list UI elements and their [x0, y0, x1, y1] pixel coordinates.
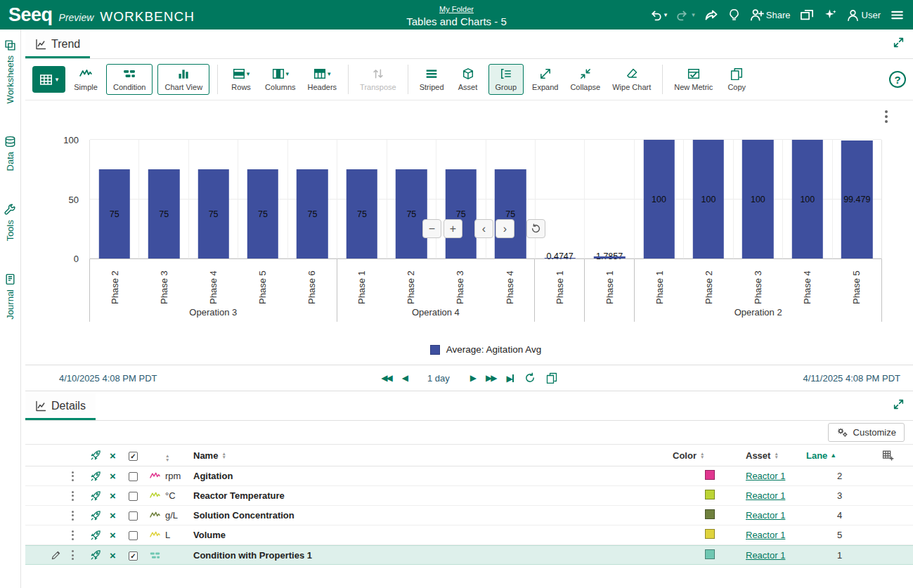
lane-value[interactable]: 2	[799, 471, 842, 481]
auto-update-button[interactable]	[524, 372, 536, 384]
seeq-logo[interactable]: Seeq Preview WORKBENCH	[8, 4, 195, 26]
sidebar-item-journal[interactable]: Journal	[4, 273, 16, 320]
color-cell[interactable]	[705, 529, 746, 541]
toolbar-asset-button[interactable]: Asset	[453, 65, 484, 93]
navigate-asset-button[interactable]	[90, 530, 110, 541]
sort-icon[interactable]: ▲▼	[165, 454, 169, 462]
undo-button[interactable]: ▾	[649, 8, 668, 22]
tab-trend[interactable]: Trend	[25, 32, 90, 58]
navigate-asset-button[interactable]	[90, 510, 110, 521]
color-cell[interactable]	[705, 509, 746, 521]
step-forward-button[interactable]: ▶▶	[486, 373, 496, 383]
color-swatch[interactable]	[705, 470, 715, 480]
bar[interactable]: 100	[693, 140, 724, 259]
bar[interactable]: 100	[792, 140, 823, 259]
toolbar-striped-button[interactable]: Striped	[416, 65, 448, 93]
sidebar-item-data[interactable]: Data	[4, 136, 16, 171]
remove-item-button[interactable]: ×	[110, 490, 129, 502]
color-swatch[interactable]	[705, 549, 715, 559]
user-menu-button[interactable]: User	[846, 8, 881, 22]
color-column-header[interactable]: Color▲▼	[673, 450, 746, 461]
bar[interactable]: 75	[148, 169, 179, 259]
sort-icon[interactable]: ▲▼	[700, 452, 704, 459]
lane-value[interactable]: 5	[799, 530, 842, 540]
toolbar-chart-view-button[interactable]: Chart View	[157, 64, 209, 95]
navigate-asset-button[interactable]	[90, 549, 110, 561]
toolbar-rows-button[interactable]: ▾ Rows	[226, 65, 257, 93]
add-column-button[interactable]	[882, 450, 913, 462]
unit-column-header[interactable]: ▲▼	[165, 449, 193, 462]
color-cell[interactable]	[705, 490, 746, 502]
lane-value[interactable]: 1	[799, 550, 842, 561]
row-checkbox[interactable]: ✓	[129, 471, 150, 481]
asset-navigate-header[interactable]	[90, 450, 110, 461]
item-name[interactable]: Reactor Temperature	[193, 490, 705, 501]
asset-link[interactable]: Reactor 1	[746, 530, 785, 540]
breadcrumb-my-folder[interactable]: My Folder	[439, 5, 474, 13]
remove-item-button[interactable]: ×	[110, 470, 129, 482]
select-all-checkbox[interactable]: ✓	[129, 450, 150, 461]
color-swatch[interactable]	[705, 529, 715, 539]
customize-button[interactable]: Customize	[828, 423, 905, 442]
row-checkbox[interactable]: ✓	[129, 550, 150, 561]
navigate-asset-button[interactable]	[90, 471, 110, 482]
color-cell[interactable]	[705, 470, 746, 482]
bar[interactable]: 75	[396, 169, 427, 259]
asset-link[interactable]: Reactor 1	[746, 471, 785, 481]
range-start[interactable]: 4/10/2025 4:08 PM PDT	[59, 373, 157, 384]
copy-time-range-button[interactable]	[546, 372, 557, 384]
item-name[interactable]: Volume	[193, 530, 705, 540]
chart-options-kebab-icon[interactable]	[885, 110, 888, 123]
toolbar-simple-button[interactable]: Simple	[70, 65, 101, 93]
details-row[interactable]: × ✓ rpm Agitation Reactor 1 2	[25, 466, 913, 486]
bar[interactable]: 75	[446, 169, 477, 259]
color-swatch[interactable]	[705, 490, 715, 499]
bar[interactable]: 99.479	[841, 141, 872, 259]
lane-value[interactable]: 4	[799, 510, 842, 521]
asset-link[interactable]: Reactor 1	[746, 550, 785, 561]
row-menu-kebab-icon[interactable]	[72, 550, 90, 560]
toolbar-headers-button[interactable]: ▾ Headers	[304, 65, 341, 93]
details-row[interactable]: × ✓ L Volume Reactor 1 5	[25, 525, 913, 545]
bar[interactable]: 75	[99, 169, 130, 259]
bar[interactable]: 75	[347, 169, 377, 259]
bar[interactable]	[594, 256, 625, 259]
zoom-reset-button[interactable]	[526, 219, 545, 238]
toolbar-columns-button[interactable]: ▾ Columns	[261, 65, 299, 93]
bar[interactable]: 75	[495, 169, 526, 259]
toolbar-new-metric-button[interactable]: New Metric	[671, 65, 716, 93]
item-name[interactable]: Solution Concentration	[193, 510, 705, 521]
step-back-button[interactable]: ◀◀	[381, 373, 391, 383]
details-row-selected[interactable]: × ✓ Condition with Properties 1 Reactor …	[25, 545, 913, 565]
sort-icon[interactable]: ▲▼	[221, 452, 226, 459]
navigate-asset-button[interactable]	[90, 490, 110, 502]
bar[interactable]: 75	[247, 169, 278, 259]
tab-details[interactable]: Details	[25, 393, 96, 420]
toolbar-expand-button[interactable]: Expand	[529, 65, 562, 93]
sidebar-item-tools[interactable]: Tools	[4, 204, 16, 241]
color-swatch[interactable]	[705, 509, 715, 519]
remove-item-button[interactable]: ×	[110, 529, 129, 541]
row-checkbox[interactable]: ✓	[129, 490, 150, 501]
range-end[interactable]: 4/11/2025 4:08 PM PDT	[803, 373, 900, 384]
redo-button[interactable]: ▾	[676, 8, 695, 22]
details-row[interactable]: × ✓ °C Reactor Temperature Reactor 1 3	[25, 486, 913, 506]
pan-forward-button[interactable]: ▶	[470, 373, 475, 383]
sidebar-item-worksheets[interactable]: Worksheets	[4, 39, 16, 103]
toolbar-condition-button[interactable]: Condition	[106, 64, 153, 95]
table-view-selector-button[interactable]: ▾	[32, 66, 65, 93]
pan-back-button[interactable]: ◀	[402, 373, 407, 383]
edit-condition-button[interactable]	[51, 550, 72, 561]
asset-column-header[interactable]: Asset▲▼	[746, 450, 799, 461]
help-button[interactable]: ?	[889, 71, 906, 88]
ai-assistant-button[interactable]	[823, 8, 837, 22]
step-to-end-button[interactable]: ▶	[506, 372, 513, 384]
toolbar-transpose-button[interactable]: Transpose	[356, 65, 400, 93]
share-button[interactable]: Share	[750, 8, 791, 22]
asset-link[interactable]: Reactor 1	[746, 490, 785, 501]
sort-icon[interactable]: ▲▼	[774, 452, 778, 459]
expand-trend-panel-icon[interactable]	[893, 37, 905, 48]
hamburger-menu-button[interactable]	[890, 8, 905, 22]
bar[interactable]: 75	[297, 169, 328, 259]
name-column-header[interactable]: Name▲▼	[193, 450, 705, 461]
